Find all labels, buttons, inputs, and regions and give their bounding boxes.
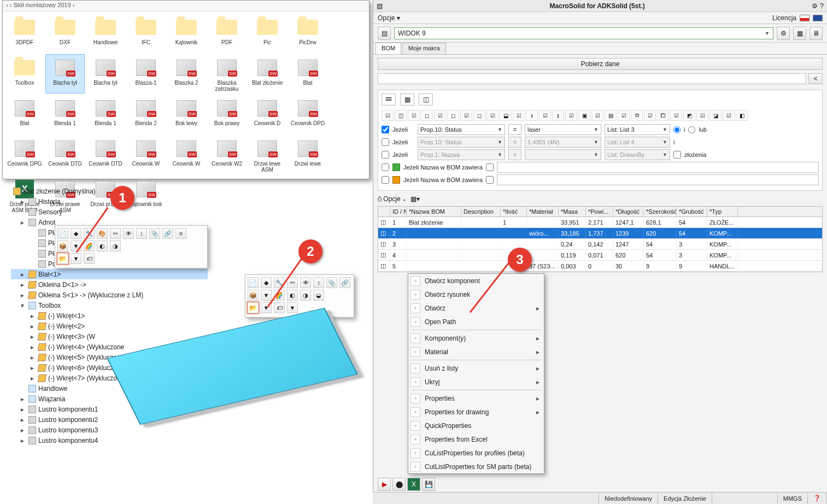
file-item[interactable]: Blaszka zatrzasku — [207, 54, 247, 93]
status-help-icon[interactable]: ❓ — [808, 493, 827, 504]
filter-type-icon[interactable]: ☑ — [539, 110, 551, 121]
filter-tab[interactable]: 𝍢 — [382, 93, 396, 106]
col-pow[interactable]: *Powi... — [586, 207, 613, 216]
col-id[interactable]: ID / Nu.. — [390, 207, 407, 216]
radio-i[interactable] — [673, 126, 681, 133]
col-material[interactable]: *Materiał — [527, 207, 559, 216]
menu-item[interactable]: ▫Komponent(y)▸ — [408, 331, 544, 345]
expand-icon[interactable]: ▸ — [31, 333, 36, 341]
expand-icon[interactable]: ▸ — [21, 198, 26, 206]
filter-type-icon[interactable]: ☑ — [513, 110, 525, 121]
menu-item[interactable]: ▫Properties for drawing▸ — [408, 405, 544, 419]
file-item[interactable]: Bok prawy — [207, 95, 247, 134]
radio-lub[interactable] — [688, 126, 695, 133]
file-item[interactable]: Ceownik W — [126, 135, 166, 174]
expand-icon[interactable]: ▸ — [21, 416, 26, 424]
tb-btn[interactable]: 🌈 — [84, 241, 95, 251]
filter-type-icon[interactable]: ▤ — [605, 110, 617, 121]
filter-check-2[interactable] — [382, 138, 389, 146]
prop-combo-3[interactable]: Prop.1: Nazwa▼ — [418, 149, 505, 160]
file-item[interactable]: Blenda 1 — [86, 95, 125, 134]
filter-tab[interactable]: ▦ — [400, 93, 414, 106]
file-item[interactable]: Ceownik DPD — [288, 95, 327, 134]
file-item[interactable]: Drzwi lewe — [288, 135, 327, 174]
file-item[interactable]: Blenda 1 — [45, 95, 85, 134]
file-item[interactable]: Kątownik — [167, 14, 206, 53]
tb-btn[interactable]: ≡ — [175, 228, 186, 239]
file-item[interactable]: Blacha tył — [45, 54, 85, 93]
file-item[interactable]: DXF — [45, 14, 85, 53]
menu-item[interactable]: ▫Open Path — [408, 315, 544, 329]
nazwa-bom-input-2[interactable] — [497, 174, 819, 185]
menu-item[interactable]: ▫CuListProperties for profiles (beta) — [408, 446, 544, 460]
tab-bom[interactable]: BOM — [376, 43, 401, 54]
filter-type-icon[interactable]: ⧠ — [657, 110, 669, 121]
filter-type-icon[interactable]: ☑ — [670, 110, 682, 121]
menu-item[interactable]: ▫Properties from Excel — [408, 432, 544, 446]
filter-type-icon[interactable]: ⫿ — [552, 110, 564, 121]
filter-tab[interactable]: ◫ — [419, 93, 433, 106]
table-row[interactable]: ◫1Blat złożenie133,9512,1711247,1628,154… — [378, 217, 822, 228]
nazwa-bom-sub-check-1[interactable] — [486, 163, 494, 171]
file-item[interactable]: Ceownik DTD — [86, 135, 125, 174]
filter-type-icon[interactable]: ☑ — [382, 110, 394, 121]
table-row[interactable]: ◫537 (S23...0,00303099HANDL... — [378, 261, 822, 272]
monitor-button[interactable]: 🖥 — [810, 27, 823, 40]
filter-type-icon[interactable]: ◻ — [421, 110, 433, 121]
col-typ[interactable]: *Typ — [707, 207, 738, 216]
file-item[interactable]: Blat — [288, 54, 327, 93]
tb-btn[interactable]: 📦 — [57, 241, 68, 251]
table-row[interactable]: ◫40,1190,071620543KOMP... — [378, 250, 822, 261]
menu-item[interactable]: ▫Otwórz rysunek — [408, 288, 544, 301]
filter-type-icon[interactable]: ☑ — [408, 110, 420, 121]
tb-btn[interactable]: 👁 — [123, 228, 134, 239]
filter-type-icon[interactable]: ☑ — [591, 110, 603, 121]
menu-item[interactable]: ▫QuickProperties — [408, 419, 544, 432]
save-icon[interactable]: 💾 — [422, 478, 435, 491]
file-item[interactable]: Ceownik DPG — [5, 135, 44, 174]
filter-type-icon[interactable]: ◻ — [473, 110, 485, 121]
search-back-button[interactable]: < — [808, 73, 823, 84]
opcje-menu[interactable]: Opcje ▾ — [378, 14, 400, 22]
opcje-dropdown[interactable]: ⎙ Opcje ▾ — [378, 195, 406, 203]
menu-item[interactable]: ▫Properties▸ — [408, 391, 544, 405]
file-item[interactable]: Blat — [5, 95, 44, 134]
nazwa-bom-check-2[interactable] — [382, 176, 389, 184]
tb-btn[interactable]: ◑ — [110, 241, 121, 251]
table-row[interactable]: ◫2wióro...33,1851,737123962054KOMP... — [378, 228, 822, 239]
tb-btn[interactable]: 🔗 — [162, 228, 173, 239]
menu-item[interactable]: ▫Otwórz komponent — [408, 274, 544, 288]
file-item[interactable]: PicDrw — [288, 14, 327, 53]
file-item[interactable]: Blaszka 2 — [167, 54, 206, 93]
tb-btn[interactable]: ◆ — [71, 228, 81, 239]
layout-button[interactable]: ▦ — [793, 27, 806, 40]
col-dlugosc[interactable]: *Długość — [613, 207, 644, 216]
help-icon[interactable]: ? — [820, 2, 824, 10]
tb-btn[interactable]: 📄 — [57, 228, 68, 239]
filter-type-icon[interactable]: ☑ — [696, 110, 708, 121]
file-item[interactable]: Ceownik DTD — [45, 135, 85, 174]
expand-icon[interactable]: ▸ — [31, 343, 36, 351]
tb-btn[interactable]: ▼ — [71, 253, 81, 264]
file-item[interactable]: Blenda 2 — [126, 95, 166, 134]
file-item[interactable]: Ceownik W — [167, 135, 206, 174]
tb-btn[interactable]: 🏷 — [84, 253, 95, 264]
filter-type-icon[interactable]: ☑ — [565, 110, 577, 121]
expand-icon[interactable]: ▸ — [31, 312, 36, 320]
tb-btn[interactable]: ◐ — [97, 241, 108, 251]
menu-item[interactable]: ▫CutListProperties for SM parts (beta) — [408, 460, 544, 473]
layout-dropdown[interactable]: ▦▾ — [410, 195, 420, 203]
prop-combo-1[interactable]: Prop.10: Status▼ — [418, 124, 505, 135]
menu-item[interactable]: ▫Materiał▸ — [408, 345, 544, 359]
col-nazwa[interactable]: *Nazwa BOM — [407, 207, 461, 216]
col-szerokosc[interactable]: *Szerokość — [644, 207, 677, 216]
search-input[interactable] — [378, 73, 806, 84]
expand-icon[interactable]: ▸ — [31, 354, 36, 361]
file-item[interactable]: Blasza-1 — [126, 54, 166, 93]
nazwa-bom-input-1[interactable] — [497, 162, 819, 173]
col-ilosc[interactable]: *Ilość — [501, 207, 527, 216]
expand-icon[interactable]: ▸ — [21, 437, 26, 444]
expand-icon[interactable]: ▸ — [21, 395, 26, 403]
list-combo-1[interactable]: List: List 3▼ — [605, 124, 670, 135]
col-grubosc[interactable]: *Grubość — [677, 207, 707, 216]
